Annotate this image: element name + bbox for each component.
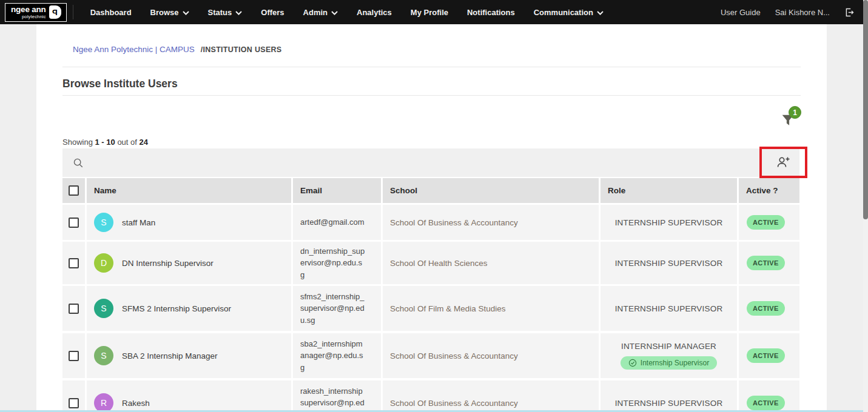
scrollbar-thumb[interactable]: [863, 0, 868, 219]
nav-right: User Guide Sai Kishore N...: [721, 7, 855, 18]
filter-button[interactable]: 1: [778, 106, 806, 134]
nav-item-dashboard[interactable]: Dashboard: [90, 8, 132, 17]
page-title: Browse Institute Users: [62, 78, 178, 90]
user-school: School Of Business & Accountancy: [390, 218, 518, 227]
users-table: Name Email School Role Active ? S staff …: [62, 178, 799, 412]
header-name: Name: [87, 178, 291, 203]
table-row[interactable]: S SBA 2 Internship Manager sba2_internsh…: [62, 333, 799, 378]
results-summary: Showing 1 - 10 out of 24: [62, 138, 148, 147]
user-name: DN Internship Supervisor: [122, 259, 214, 268]
row-checkbox[interactable]: [69, 258, 79, 268]
breadcrumb-current: /INSTITUTION USERS: [201, 45, 282, 54]
user-role: INTERNSHIP SUPERVISOR: [615, 259, 723, 268]
nav-item-status[interactable]: Status: [208, 8, 243, 17]
results-range: 1 - 10: [95, 138, 115, 147]
user-email: rakesh_internshipsupervisor@np.edu.sg: [300, 385, 366, 412]
avatar: S: [94, 299, 113, 318]
user-name: staff Man: [122, 218, 155, 227]
results-total: 24: [140, 138, 148, 147]
logout-icon[interactable]: [844, 7, 855, 18]
user-school: School Of Business & Accountancy: [390, 399, 518, 408]
status-badge: ACTIVE: [747, 301, 785, 316]
table-row[interactable]: S staff Man artedf@gmail.com School Of B…: [62, 205, 799, 240]
chevron-down-icon: [597, 8, 604, 17]
row-checkbox[interactable]: [69, 398, 79, 408]
user-email: dn_internship_supervisor@np.edu.sg: [300, 245, 366, 281]
status-badge: ACTIVE: [747, 396, 785, 410]
nav-item-admin[interactable]: Admin: [303, 8, 338, 17]
user-email: sba2_internshipmanager@np.edu.sg: [300, 338, 366, 374]
chevron-down-icon: [235, 8, 242, 17]
nav-item-offers[interactable]: Offers: [261, 8, 284, 17]
status-badge: ACTIVE: [747, 348, 785, 363]
nav-divider: [73, 5, 73, 19]
user-school: School Of Business & Accountancy: [390, 351, 518, 360]
user-name: SFMS 2 Internship Supervisor: [122, 304, 231, 313]
table-row[interactable]: S SFMS 2 Internship Supervisor sfms2_int…: [62, 286, 799, 331]
avatar: S: [94, 346, 113, 365]
avatar: S: [94, 213, 113, 232]
logo-emblem-icon: P: [49, 5, 61, 19]
chevron-down-icon: [331, 8, 338, 17]
logo-line1: ngee ann: [11, 5, 46, 14]
search-input[interactable]: [62, 148, 799, 177]
avatar: R: [94, 393, 113, 412]
row-checkbox[interactable]: [69, 304, 79, 314]
user-name: SBA 2 Internship Manager: [122, 351, 218, 360]
logo-line2: polytechnic: [22, 15, 46, 19]
vertical-scrollbar[interactable]: [863, 0, 868, 412]
user-school: School Of Health Sciences: [390, 259, 488, 268]
user-role: INTERNSHIP MANAGER: [621, 342, 716, 351]
nav-item-notifications[interactable]: Notifications: [467, 8, 515, 17]
row-checkbox[interactable]: [69, 351, 79, 361]
user-email: artedf@gmail.com: [300, 216, 365, 228]
search-icon: [73, 158, 84, 168]
current-username[interactable]: Sai Kishore N...: [775, 8, 830, 17]
status-badge: ACTIVE: [747, 215, 785, 230]
user-role: INTERNSHIP SUPERVISOR: [615, 399, 723, 408]
divider: [62, 67, 801, 67]
header-role: Role: [601, 178, 737, 203]
header-school: School: [383, 178, 599, 203]
add-user-button[interactable]: [769, 153, 797, 171]
filter-count-badge: 1: [789, 106, 801, 119]
nav-menu: Dashboard Browse Status Offers Admin Ana…: [90, 8, 604, 17]
nav-item-communication[interactable]: Communication: [534, 8, 604, 17]
user-role: INTERNSHIP SUPERVISOR: [615, 218, 723, 227]
user-guide-link[interactable]: User Guide: [721, 8, 761, 17]
check-circle-icon: [628, 359, 637, 367]
avatar: D: [94, 253, 113, 273]
table-row[interactable]: D DN Internship Supervisor dn_internship…: [62, 242, 799, 284]
breadcrumb-root-link[interactable]: Ngee Ann Polytechnic | CAMPUS: [73, 45, 195, 54]
status-badge: ACTIVE: [747, 256, 785, 270]
user-name: Rakesh: [122, 399, 150, 408]
nav-item-browse[interactable]: Browse: [150, 8, 189, 17]
table-row[interactable]: R Rakesh rakesh_internshipsupervisor@np.…: [62, 380, 799, 412]
table-header-row: Name Email School Role Active ?: [62, 178, 799, 203]
add-user-icon: [775, 155, 791, 170]
app-viewport: ngee ann polytechnic P Dashboard Browse …: [0, 0, 868, 412]
breadcrumb: Ngee Ann Polytechnic | CAMPUS /INSTITUTI…: [73, 45, 282, 54]
user-email: sfms2_internship_supervisor@np.edu.sg: [300, 291, 366, 327]
chevron-down-icon: [183, 8, 189, 17]
nav-item-my-profile[interactable]: My Profile: [411, 8, 448, 17]
header-email: Email: [293, 178, 381, 203]
nav-item-analytics[interactable]: Analytics: [357, 8, 392, 17]
top-navbar: ngee ann polytechnic P Dashboard Browse …: [0, 0, 863, 24]
header-active: Active ?: [739, 178, 799, 203]
row-checkbox[interactable]: [69, 218, 79, 228]
user-role: INTERNSHIP SUPERVISOR: [615, 304, 723, 313]
sub-role-badge: Internship Supervisor: [621, 356, 717, 370]
user-school: School Of Film & Media Studies: [390, 304, 506, 313]
divider: [62, 95, 801, 96]
ngee-ann-logo[interactable]: ngee ann polytechnic P: [5, 3, 67, 22]
select-all-checkbox[interactable]: [69, 185, 79, 196]
